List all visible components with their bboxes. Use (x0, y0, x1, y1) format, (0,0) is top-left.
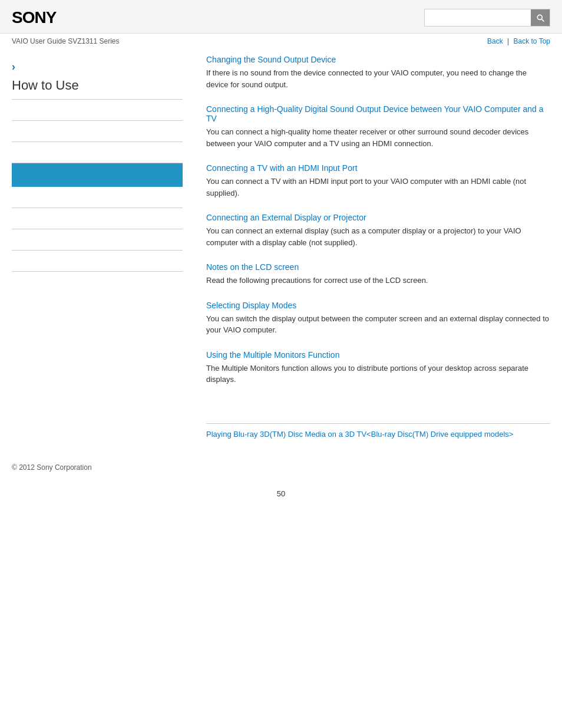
section-3-body: You can connect a TV with an HDMI input … (206, 176, 550, 199)
nav-separator: | (507, 37, 509, 45)
chevron-icon: › (12, 61, 183, 73)
section-4: Connecting an External Display or Projec… (206, 213, 550, 248)
sidebar-item-5[interactable] (12, 187, 183, 208)
section-2: Connecting a High-Quality Digital Sound … (206, 104, 550, 149)
section-4-body: You can connect an external display (suc… (206, 225, 550, 248)
footer: © 2012 Sony Corporation (0, 446, 562, 477)
sidebar: › How to Use (12, 55, 194, 446)
back-link[interactable]: Back (487, 37, 503, 45)
section-2-body: You can connect a high-quality home thea… (206, 126, 550, 149)
page-header: SONY (0, 0, 562, 34)
section-4-title[interactable]: Connecting an External Display or Projec… (206, 213, 550, 222)
sidebar-item-3[interactable] (12, 142, 183, 163)
sub-header: VAIO User Guide SVZ1311 Series Back | Ba… (0, 34, 562, 49)
section-6-title[interactable]: Selecting Display Modes (206, 301, 550, 310)
sidebar-item-4-active[interactable] (12, 163, 183, 187)
section-5-title[interactable]: Notes on the LCD screen (206, 262, 550, 272)
copyright: © 2012 Sony Corporation (12, 463, 92, 472)
content-area: Changing the Sound Output Device If ther… (194, 55, 550, 446)
search-input[interactable] (425, 9, 531, 26)
section-2-title[interactable]: Connecting a High-Quality Digital Sound … (206, 104, 550, 123)
bottom-link[interactable]: Playing Blu-ray 3D(TM) Disc Media on a 3… (206, 430, 550, 439)
section-1-body: If there is no sound from the device con… (206, 67, 550, 90)
page-number: 50 (0, 489, 562, 510)
search-button[interactable] (531, 9, 550, 26)
section-7: Using the Multiple Monitors Function The… (206, 350, 550, 386)
section-5-body: Read the following precautions for corre… (206, 275, 550, 286)
section-3: Connecting a TV with an HDMI Input Port … (206, 163, 550, 199)
main-content: › How to Use Changing the Sound Output D… (0, 55, 562, 446)
back-to-top-link[interactable]: Back to Top (514, 37, 550, 45)
section-5: Notes on the LCD screen Read the followi… (206, 262, 550, 286)
sony-logo: SONY (12, 8, 56, 27)
sidebar-item-8[interactable] (12, 251, 183, 272)
section-7-title[interactable]: Using the Multiple Monitors Function (206, 350, 550, 360)
section-6-body: You can switch the display output betwee… (206, 313, 550, 336)
breadcrumb: VAIO User Guide SVZ1311 Series (12, 37, 120, 45)
section-1-title[interactable]: Changing the Sound Output Device (206, 55, 550, 64)
nav-links: Back | Back to Top (487, 37, 550, 45)
bottom-link-section: Playing Blu-ray 3D(TM) Disc Media on a 3… (206, 423, 550, 439)
sidebar-item-7[interactable] (12, 229, 183, 251)
section-6: Selecting Display Modes You can switch t… (206, 301, 550, 336)
section-1: Changing the Sound Output Device If ther… (206, 55, 550, 90)
sidebar-item-2[interactable] (12, 121, 183, 142)
sidebar-item-6[interactable] (12, 208, 183, 229)
sidebar-item-1[interactable] (12, 100, 183, 121)
search-icon (535, 13, 545, 22)
sidebar-title: How to Use (12, 78, 183, 100)
section-3-title[interactable]: Connecting a TV with an HDMI Input Port (206, 163, 550, 173)
search-box (424, 9, 550, 27)
section-7-body: The Multiple Monitors function allows yo… (206, 363, 550, 386)
